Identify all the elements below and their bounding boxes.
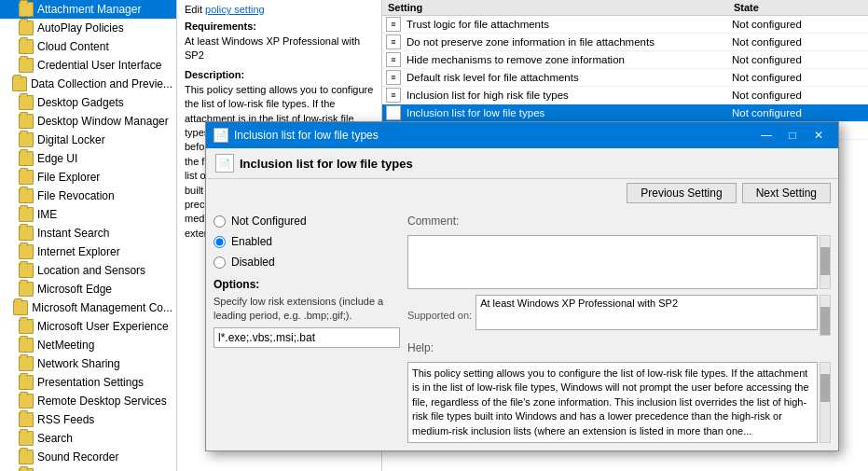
sidebar-item-netmeeting[interactable]: NetMeeting (0, 336, 176, 354)
help-label: Help: (407, 341, 831, 354)
sidebar-item-label: Digital Locker (37, 133, 105, 146)
sidebar-item-internet-explorer[interactable]: Internet Explorer (0, 242, 176, 261)
sidebar-item-label: Internet Explorer (37, 245, 120, 258)
sidebar-item-label: Credential User Interface (37, 59, 161, 72)
help-scrollbar[interactable] (820, 362, 831, 443)
sidebar-item-autoplay-policies[interactable]: AutoPlay Policies (0, 19, 176, 37)
supported-on-value: At least Windows XP Professional with SP… (475, 295, 818, 330)
sidebar-item-label: Network Sharing (37, 357, 120, 370)
comment-scrollbar[interactable] (820, 235, 831, 289)
sidebar-item-label: Desktop Window Manager (37, 115, 169, 128)
sidebar-item-label: AutoPlay Policies (37, 21, 124, 35)
sidebar-item-credential-user-interface[interactable]: Credential User Interface (0, 56, 176, 75)
folder-icon (19, 244, 34, 259)
modal-subtitle-text: Inclusion list for low file types (240, 157, 413, 171)
sidebar-item-network-sharing[interactable]: Network Sharing (0, 354, 176, 373)
sidebar-item-label: RSS Feeds (37, 413, 94, 426)
not-configured-radio[interactable] (214, 215, 226, 228)
not-configured-option[interactable]: Not Configured (214, 215, 400, 228)
modal-dialog: 📄 Inclusion list for low file types — □ … (205, 121, 839, 451)
sidebar-item-file-revocation[interactable]: File Revocation (0, 187, 176, 205)
sidebar-item-microsoft-edge[interactable]: Microsoft Edge (0, 280, 176, 298)
modal-left-panel: Not Configured Enabled Disabled Options:… (214, 215, 400, 443)
sidebar-item-location-and-sensors[interactable]: Location and Sensors (0, 261, 176, 280)
sidebar-item-label: Edge UI (37, 152, 77, 165)
sidebar: Attachment ManagerAutoPlay PoliciesCloud… (0, 0, 177, 471)
folder-icon (19, 188, 34, 203)
sidebar-item-ime[interactable]: IME (0, 205, 176, 224)
sidebar-item-label: Data Collection and Previe... (31, 77, 172, 90)
sidebar-item-label: Attachment Manager (37, 3, 141, 16)
previous-setting-button[interactable]: Previous Setting (627, 183, 736, 203)
modal-subtitle: 📄 Inclusion list for low file types (206, 148, 838, 179)
sidebar-item-label: File Explorer (37, 171, 100, 184)
sidebar-item-desktop-window-manager[interactable]: Desktop Window Manager (0, 112, 176, 131)
options-description: Specify low risk extensions (include a l… (214, 295, 400, 324)
sidebar-item-label: Search (37, 432, 73, 445)
sidebar-item-label: NetMeeting (37, 339, 94, 352)
not-configured-label: Not Configured (231, 215, 307, 228)
folder-icon (19, 375, 34, 390)
sidebar-item-data-collection-and-previe[interactable]: Data Collection and Previe... (0, 75, 176, 93)
sidebar-item-remote-desktop-services[interactable]: Remote Desktop Services (0, 392, 176, 410)
folder-icon (12, 76, 27, 91)
folder-icon (19, 319, 34, 334)
folder-icon (19, 450, 34, 464)
sidebar-item-label: Location and Sensors (37, 264, 145, 277)
configuration-radio-group: Not Configured Enabled Disabled (214, 215, 400, 269)
sidebar-item-label: Desktop Gadgets (37, 96, 124, 109)
sidebar-item-desktop-gadgets[interactable]: Desktop Gadgets (0, 93, 176, 112)
sidebar-item-store[interactable]: >Store (0, 466, 176, 471)
sidebar-item-presentation-settings[interactable]: Presentation Settings (0, 373, 176, 392)
modal-titlebar: 📄 Inclusion list for low file types — □ … (206, 122, 838, 148)
supported-on-row: Supported on: At least Windows XP Profes… (407, 295, 831, 336)
modal-overlay: 📄 Inclusion list for low file types — □ … (177, 0, 868, 471)
sidebar-item-label: Microsoft Management Co... (32, 301, 172, 314)
sidebar-item-cloud-content[interactable]: Cloud Content (0, 37, 176, 56)
sidebar-item-rss-feeds[interactable]: RSS Feeds (0, 410, 176, 429)
folder-icon (19, 207, 34, 222)
folder-icon (19, 263, 34, 278)
sidebar-item-label: IME (37, 208, 57, 221)
next-setting-button[interactable]: Next Setting (742, 183, 831, 203)
sidebar-item-label: Remote Desktop Services (37, 395, 167, 408)
maximize-button[interactable]: □ (780, 126, 805, 145)
disabled-radio[interactable] (214, 256, 226, 269)
folder-icon (19, 114, 34, 129)
sidebar-item-label: Sound Recorder (37, 450, 118, 464)
folder-icon (19, 226, 34, 241)
sidebar-item-attachment-manager[interactable]: Attachment Manager (0, 0, 176, 19)
main-content: Edit policy setting Requirements: At lea… (177, 0, 868, 471)
folder-icon (19, 132, 34, 147)
sidebar-item-microsoft-management-co[interactable]: Microsoft Management Co... (0, 298, 176, 317)
sidebar-item-label: Microsoft Edge (37, 283, 112, 296)
folder-icon (19, 151, 34, 166)
sidebar-item-sound-recorder[interactable]: Sound Recorder (0, 448, 176, 466)
disabled-option[interactable]: Disabled (214, 256, 400, 269)
minimize-button[interactable]: — (754, 126, 778, 145)
supported-on-label: Supported on: (407, 310, 472, 321)
sidebar-item-edge-ui[interactable]: Edge UI (0, 149, 176, 168)
options-label: Options: (214, 278, 400, 291)
close-button[interactable]: ✕ (806, 126, 831, 145)
help-text: This policy setting allows you to config… (407, 362, 818, 443)
sidebar-item-instant-search[interactable]: Instant Search (0, 224, 176, 242)
supported-scrollbar[interactable] (820, 295, 831, 336)
modal-title-icon: 📄 (214, 128, 228, 143)
folder-icon (13, 300, 28, 315)
comment-label: Comment: (407, 215, 831, 228)
folder-icon (19, 21, 34, 35)
folder-icon (19, 170, 34, 185)
sidebar-item-search[interactable]: Search (0, 429, 176, 448)
sidebar-item-microsoft-user-experience[interactable]: Microsoft User Experience (0, 317, 176, 336)
folder-icon (19, 95, 34, 110)
sidebar-item-label: Instant Search (37, 227, 109, 240)
options-input[interactable] (214, 327, 400, 348)
comment-textarea[interactable] (407, 235, 818, 289)
sidebar-item-file-explorer[interactable]: File Explorer (0, 168, 176, 187)
folder-icon (19, 39, 34, 54)
sidebar-item-label: Microsoft User Experience (37, 320, 169, 333)
enabled-option[interactable]: Enabled (214, 235, 400, 248)
enabled-radio[interactable] (214, 236, 226, 248)
sidebar-item-digital-locker[interactable]: Digital Locker (0, 131, 176, 149)
